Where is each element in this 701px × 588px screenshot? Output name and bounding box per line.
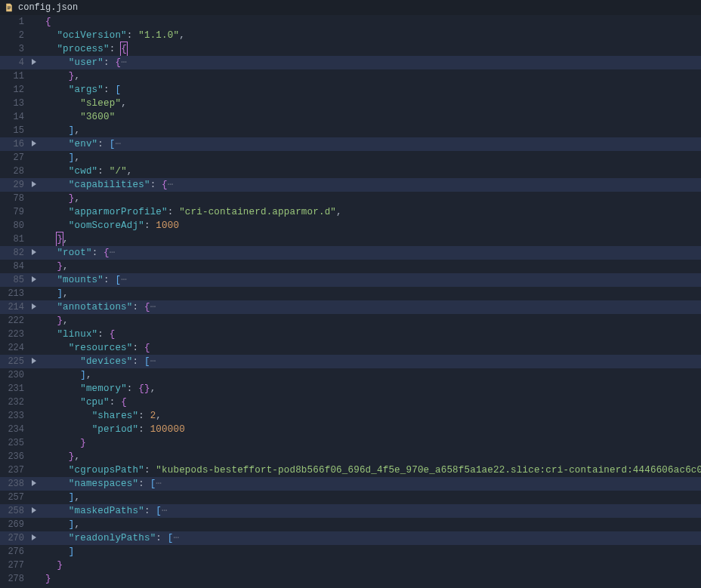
code-content[interactable]: "user": {⋯	[41, 56, 127, 69]
fold-toggle-icon[interactable]	[27, 532, 41, 546]
code-content[interactable]: }	[41, 436, 86, 450]
code-line[interactable]: 276 ]	[0, 545, 701, 559]
code-line[interactable]: 79 "apparmorProfile": "cri-containerd.ap…	[0, 205, 701, 219]
code-content[interactable]: ],	[41, 151, 80, 165]
token: ,	[75, 519, 81, 530]
code-content[interactable]: },	[41, 232, 69, 246]
code-line[interactable]: 277 }	[0, 559, 701, 572]
token: "devices"	[80, 356, 132, 367]
code-line[interactable]: 81 },	[0, 232, 701, 246]
fold-toggle-icon[interactable]	[27, 138, 41, 152]
editor-tab[interactable]: config.json	[5, 2, 78, 13]
code-line[interactable]: 236 },	[0, 450, 701, 463]
code-content[interactable]: "oomScoreAdj": 1000	[41, 219, 179, 232]
fold-toggle-icon[interactable]	[27, 356, 41, 369]
code-content[interactable]: "devices": [⋯	[41, 355, 156, 368]
code-line[interactable]: 14 "3600"	[0, 110, 701, 124]
code-content[interactable]: "cpu": {	[41, 396, 127, 409]
code-line[interactable]: 231 "memory": {},	[0, 382, 701, 396]
code-line[interactable]: 223 "linux": {	[0, 328, 701, 341]
fold-toggle-icon[interactable]	[27, 505, 41, 519]
code-content[interactable]: "args": [	[41, 83, 121, 97]
code-line[interactable]: 278}	[0, 572, 701, 586]
code-content[interactable]: },	[41, 260, 69, 273]
code-content[interactable]: "period": 100000	[41, 423, 185, 436]
code-content[interactable]: "shares": 2,	[41, 409, 162, 423]
code-line[interactable]: 234 "period": 100000	[0, 423, 701, 436]
code-line[interactable]: 230 ],	[0, 368, 701, 382]
code-line[interactable]: 29 "capabilities": {⋯	[0, 178, 701, 192]
code-content[interactable]: "3600"	[41, 110, 115, 124]
code-line[interactable]: 237 "cgroupsPath": "kubepods-besteffort-…	[0, 463, 701, 477]
code-line[interactable]: 13 "sleep",	[0, 97, 701, 110]
fold-toggle-icon[interactable]	[27, 57, 41, 70]
code-line[interactable]: 269 ],	[0, 518, 701, 531]
code-content[interactable]: "ociVersion": "1.1.0",	[41, 29, 185, 42]
code-line[interactable]: 3 "process": {	[0, 42, 701, 56]
code-line[interactable]: 11 },	[0, 69, 701, 83]
code-content[interactable]: "resources": {	[41, 341, 150, 355]
fold-toggle-icon[interactable]	[27, 179, 41, 192]
fold-toggle-icon[interactable]	[27, 274, 41, 288]
code-line[interactable]: 12 "args": [	[0, 83, 701, 97]
code-line[interactable]: 1{	[0, 15, 701, 29]
code-content[interactable]: "env": [⋯	[41, 137, 121, 151]
code-content[interactable]: }	[41, 572, 51, 586]
code-content[interactable]: ]	[41, 545, 75, 559]
token: ,	[75, 451, 81, 462]
code-line[interactable]: 4 "user": {⋯	[0, 56, 701, 69]
code-content[interactable]: {	[41, 15, 51, 29]
code-content[interactable]: },	[41, 314, 69, 328]
code-content[interactable]: "root": {⋯	[41, 246, 115, 260]
code-line[interactable]: 258 "maskedPaths": [⋯	[0, 504, 701, 518]
code-line[interactable]: 214 "annotations": {⋯	[0, 300, 701, 314]
code-content[interactable]: "process": {	[41, 42, 127, 56]
code-content[interactable]: ],	[41, 124, 80, 137]
code-editor[interactable]: 1{2 "ociVersion": "1.1.0",3 "process": {…	[0, 15, 701, 588]
code-line[interactable]: 232 "cpu": {	[0, 396, 701, 409]
code-line[interactable]: 16 "env": [⋯	[0, 137, 701, 151]
code-content[interactable]: },	[41, 192, 80, 205]
code-line[interactable]: 2 "ociVersion": "1.1.0",	[0, 29, 701, 42]
code-content[interactable]: "cwd": "/",	[41, 165, 133, 178]
code-content[interactable]: "capabilities": {⋯	[41, 178, 173, 192]
code-line[interactable]: 78 },	[0, 192, 701, 205]
code-line[interactable]: 238 "namespaces": [⋯	[0, 477, 701, 491]
code-content[interactable]: ],	[41, 368, 92, 382]
code-line[interactable]: 85 "mounts": [⋯	[0, 273, 701, 287]
code-content[interactable]: },	[41, 450, 80, 463]
code-content[interactable]: "linux": {	[41, 328, 115, 341]
code-content[interactable]: },	[41, 69, 80, 83]
code-line[interactable]: 235 }	[0, 436, 701, 450]
fold-toggle-icon[interactable]	[27, 478, 41, 491]
code-line[interactable]: 213 ],	[0, 287, 701, 300]
code-content[interactable]: "apparmorProfile": "cri-containerd.appar…	[41, 205, 342, 219]
code-line[interactable]: 80 "oomScoreAdj": 1000	[0, 219, 701, 232]
code-line[interactable]: 222 },	[0, 314, 701, 328]
code-line[interactable]: 225 "devices": [⋯	[0, 355, 701, 368]
code-line[interactable]: 27 ],	[0, 151, 701, 165]
code-line[interactable]: 84 },	[0, 260, 701, 273]
fold-toggle-icon[interactable]	[27, 301, 41, 315]
code-content[interactable]: "sleep",	[41, 97, 127, 110]
code-content[interactable]: "maskedPaths": [⋯	[41, 504, 168, 518]
code-line[interactable]: 257 ],	[0, 491, 701, 504]
code-content[interactable]: "readonlyPaths": [⋯	[41, 531, 179, 545]
code-content[interactable]: ],	[41, 518, 80, 531]
code-line[interactable]: 224 "resources": {	[0, 341, 701, 355]
code-line[interactable]: 28 "cwd": "/",	[0, 165, 701, 178]
code-content[interactable]: }	[41, 559, 63, 572]
code-content[interactable]: "cgroupsPath": "kubepods-besteffort-pod8…	[41, 463, 701, 477]
code-line[interactable]: 15 ],	[0, 124, 701, 137]
code-line[interactable]: 233 "shares": 2,	[0, 409, 701, 423]
code-content[interactable]: ],	[41, 287, 69, 300]
token: ,	[75, 125, 81, 136]
code-line[interactable]: 270 "readonlyPaths": [⋯	[0, 531, 701, 545]
code-content[interactable]: ],	[41, 491, 80, 504]
code-content[interactable]: "annotations": {⋯	[41, 300, 156, 314]
code-content[interactable]: "memory": {},	[41, 382, 156, 396]
code-content[interactable]: "namespaces": [⋯	[41, 477, 162, 491]
code-line[interactable]: 82 "root": {⋯	[0, 246, 701, 260]
fold-toggle-icon[interactable]	[27, 247, 41, 260]
code-content[interactable]: "mounts": [⋯	[41, 273, 127, 287]
